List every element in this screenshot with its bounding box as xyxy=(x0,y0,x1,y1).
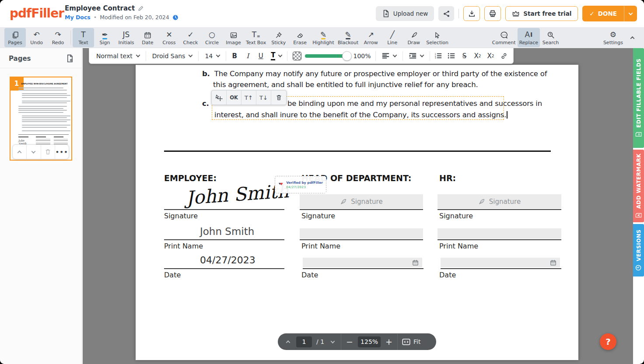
help-button[interactable]: ? xyxy=(600,333,616,350)
add-watermark-tab[interactable]: ADD WATERMARK xyxy=(633,150,644,222)
employee-date-value[interactable]: 04/27/2023 xyxy=(200,255,256,266)
tool-circle[interactable]: ○ Circle xyxy=(201,28,223,47)
numbered-list-icon: 123 xyxy=(434,52,442,59)
tool-erase[interactable]: Erase xyxy=(289,28,311,47)
collapse-toolbar-button[interactable] xyxy=(625,27,640,48)
bottom-bar-divider xyxy=(397,333,398,350)
section-separator-line xyxy=(164,150,551,152)
done-check-icon: ✓ xyxy=(589,10,594,17)
page-more-options-button[interactable]: ••• xyxy=(55,145,69,159)
document-page[interactable]: b. The Company may notify any future or … xyxy=(136,65,578,360)
tool-replace[interactable]: AI Replace xyxy=(518,28,540,47)
bold-button[interactable]: B xyxy=(228,50,241,62)
zoom-level-value[interactable]: 125% xyxy=(358,336,381,347)
tool-image[interactable]: Image xyxy=(223,28,244,47)
upload-new-button[interactable]: Upload new xyxy=(376,6,434,21)
paragraph-style-dropdown[interactable]: Normal text xyxy=(92,50,144,62)
versions-tab[interactable]: VERSIONS xyxy=(633,224,644,276)
date-label: Date xyxy=(439,271,456,279)
italic-button[interactable]: I xyxy=(241,50,254,62)
edit-title-icon[interactable] xyxy=(138,6,144,11)
move-page-down-button[interactable] xyxy=(27,145,41,159)
paragraph-c-line2: interest, and shall inure to the benefit… xyxy=(214,109,508,120)
signature-line xyxy=(438,209,561,210)
share-button[interactable] xyxy=(438,6,454,21)
underline-button[interactable]: U xyxy=(254,50,267,62)
tool-blackout[interactable]: ✎ Blackout xyxy=(336,28,360,47)
pdffiller-logo[interactable]: pdfFiller xyxy=(10,6,64,21)
move-page-up-button[interactable] xyxy=(13,145,27,159)
tool-comment[interactable]: Comment xyxy=(490,28,518,47)
done-dropdown-button[interactable] xyxy=(624,6,637,21)
move-text-button[interactable] xyxy=(212,91,227,105)
tool-check[interactable]: ✓ Check xyxy=(180,28,201,47)
department-print-name-field[interactable] xyxy=(300,228,423,239)
zoom-out-button[interactable]: − xyxy=(346,338,354,346)
tool-text-box[interactable]: T≡ Text Box xyxy=(244,28,268,47)
download-button[interactable] xyxy=(463,6,480,21)
edit-fillable-fields-tab[interactable]: EDIT FILLABLE FIELDS xyxy=(633,48,644,148)
tool-sticky[interactable]: Sticky xyxy=(268,28,289,47)
ok-button[interactable]: OK xyxy=(227,91,242,105)
font-family-dropdown[interactable]: Droid Sans xyxy=(148,50,197,62)
tool-cross[interactable]: ✕ Cross xyxy=(158,28,180,47)
bullet-list-button[interactable] xyxy=(445,50,458,62)
tool-undo[interactable]: ↶ Undo xyxy=(26,28,47,47)
toolbar-spacer xyxy=(450,27,490,48)
opacity-slider[interactable] xyxy=(305,54,347,58)
current-page-input[interactable]: 1 xyxy=(296,336,312,347)
breadcrumb-my-docs[interactable]: My Docs xyxy=(65,14,91,21)
indent-dropdown[interactable] xyxy=(405,50,428,62)
delete-text-button[interactable] xyxy=(271,91,286,105)
tool-selection[interactable]: Selection xyxy=(424,28,450,47)
slider-knob[interactable] xyxy=(342,51,352,61)
tool-date[interactable]: Date xyxy=(137,28,158,47)
tool-draw[interactable]: Draw xyxy=(403,28,424,47)
font-size-dropdown[interactable]: 14 xyxy=(200,50,224,62)
print-name-label: Print Name xyxy=(301,242,340,250)
hr-signature-field[interactable]: Signature xyxy=(438,194,561,209)
font-increase-button[interactable]: T↑ xyxy=(242,91,256,105)
history-clock-icon[interactable] xyxy=(172,14,178,21)
fit-to-width-button[interactable]: Fit xyxy=(402,338,420,345)
department-signature-field[interactable]: Signature xyxy=(300,194,423,209)
breadcrumb-separator: • xyxy=(94,14,97,21)
department-date-field[interactable] xyxy=(303,258,422,267)
arrow-icon: ↗ xyxy=(368,30,374,39)
previous-page-button[interactable] xyxy=(284,340,292,343)
tool-settings[interactable]: ⚙ Settings xyxy=(602,28,625,47)
tool-pages[interactable]: Pages xyxy=(4,28,26,47)
subscript-button[interactable]: X2 xyxy=(484,50,497,62)
delete-page-button[interactable] xyxy=(41,145,55,159)
tool-line[interactable]: ╱ Line xyxy=(382,28,403,47)
tool-text[interactable]: T Text xyxy=(73,28,94,47)
tool-highlight[interactable]: ✎ Highlight xyxy=(311,28,336,47)
page-settings-icon[interactable] xyxy=(66,54,74,63)
strikethrough-button[interactable]: S xyxy=(458,50,471,62)
tool-arrow[interactable]: ↗ Arrow xyxy=(360,28,382,47)
verified-stamp[interactable]: Verified by pdfFiller 04/27/2023 xyxy=(275,176,326,193)
numbered-list-button[interactable]: 123 xyxy=(432,50,445,62)
hr-date-field[interactable] xyxy=(441,258,560,267)
zoom-in-button[interactable]: + xyxy=(385,338,393,346)
link-button[interactable] xyxy=(497,50,511,62)
tool-redo[interactable]: ↷ Redo xyxy=(47,28,69,47)
feather-icon xyxy=(340,198,347,205)
hr-print-name-field[interactable] xyxy=(438,228,561,239)
top-header: pdfFiller Employee Contract My Docs • Mo… xyxy=(0,0,644,27)
tool-sign[interactable]: ✒ Sign xyxy=(94,28,116,47)
date-line xyxy=(164,268,284,269)
text-color-dropdown[interactable]: T xyxy=(267,50,285,62)
tool-initials[interactable]: JS Initials xyxy=(116,28,137,47)
employee-print-name-value[interactable]: John Smith xyxy=(200,226,254,237)
superscript-button[interactable]: X2 xyxy=(471,50,484,62)
next-page-button[interactable] xyxy=(329,340,336,343)
align-dropdown[interactable] xyxy=(378,50,401,62)
employee-signature-value[interactable]: John Smith xyxy=(186,180,290,209)
start-free-trial-button[interactable]: Start free trial xyxy=(505,6,578,21)
header-divider xyxy=(458,9,459,18)
font-decrease-button[interactable]: T↓ xyxy=(256,91,271,105)
tool-search[interactable]: Search xyxy=(540,28,561,47)
done-button[interactable]: ✓ DONE xyxy=(582,6,624,21)
print-button[interactable] xyxy=(484,6,501,21)
